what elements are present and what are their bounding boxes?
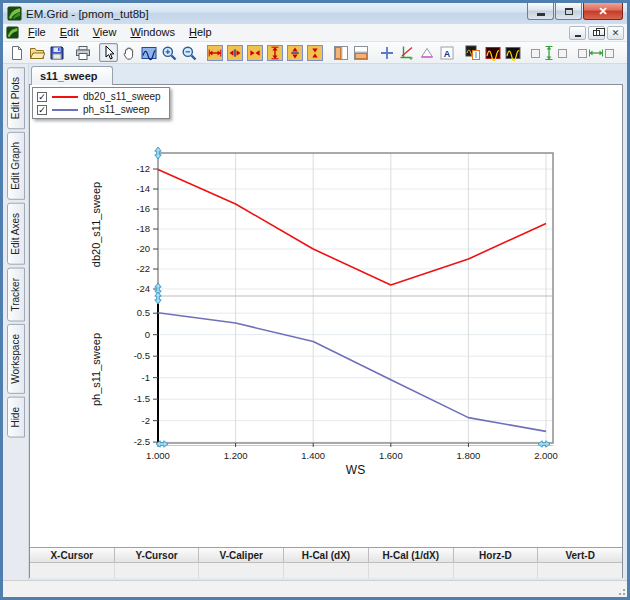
legend-label: db20_s11_sweep: [83, 91, 161, 102]
svg-text:1.600: 1.600: [379, 450, 403, 461]
document-logo-icon: [6, 26, 19, 39]
mdi-window-controls: ✕: [569, 26, 624, 40]
sidebar-tab-hide[interactable]: Hide: [7, 397, 25, 438]
edit-plot-icon[interactable]: [463, 43, 482, 62]
cursor-value-cell: [284, 563, 369, 578]
zoom-window-icon[interactable]: [139, 43, 158, 62]
window-title: EM.Grid - [pmom_tut8b]: [26, 8, 522, 20]
plot-panel: ✓db20_s11_sweep✓ph_s11_sweep -12-14-16-1…: [29, 84, 623, 578]
axes-tracker-icon[interactable]: [397, 43, 416, 62]
cursor-column-header: Vert-D: [538, 548, 622, 563]
cursor-value-cell: [30, 563, 115, 578]
app-window: EM.Grid - [pmom_tut8b] ✕ FileEditViewWin…: [0, 0, 630, 600]
legend-checkbox[interactable]: ✓: [37, 92, 47, 102]
svg-text:A: A: [443, 48, 450, 58]
waveform-red-icon[interactable]: [483, 43, 502, 62]
legend-line-sample: [52, 96, 78, 98]
scale-vertical-out-icon[interactable]: [285, 43, 304, 62]
sidebar-tab-edit-graph[interactable]: Edit Graph: [7, 132, 25, 200]
series-line-ph_s11_sweep: [158, 313, 546, 432]
open-file-icon[interactable]: [27, 43, 46, 62]
split-vertical-icon[interactable]: [331, 43, 350, 62]
toolbar: ALayout: [3, 42, 627, 64]
svg-text:1.000: 1.000: [146, 450, 170, 461]
zoom-in-icon[interactable]: [159, 43, 178, 62]
crosshair-icon[interactable]: [377, 43, 396, 62]
menu-edit[interactable]: Edit: [53, 24, 86, 41]
expand-vertical-icon[interactable]: [265, 43, 284, 62]
tab-s11-sweep[interactable]: s11_sweep: [31, 66, 113, 85]
legend: ✓db20_s11_sweep✓ph_s11_sweep: [32, 87, 170, 119]
sidebar-tab-edit-plots[interactable]: Edit Plots: [7, 67, 25, 129]
cursor-column-header: X-Cursor: [30, 548, 115, 563]
cursor-column-header: H-Cal (dX): [284, 548, 369, 563]
split-horizontal-icon[interactable]: [351, 43, 370, 62]
scale-horizontal-out-icon[interactable]: [225, 43, 244, 62]
axis-range-handle: [155, 292, 161, 304]
series-line-db20_s11_sweep: [158, 170, 546, 286]
chart[interactable]: -12-14-16-18-20-22-24db20_s11_sweep0.50-…: [30, 85, 622, 547]
pointer-select-icon[interactable]: [99, 43, 118, 62]
cursor-table: X-CursorY-CursorV-CaliperH-Cal (dX)H-Cal…: [30, 547, 622, 577]
cursor-value-cell: [199, 563, 284, 578]
autoscale-horizontal-icon[interactable]: [576, 43, 616, 62]
scale-vertical-in-icon[interactable]: [305, 43, 324, 62]
title-bar: EM.Grid - [pmom_tut8b] ✕: [3, 3, 627, 24]
mdi-close-button[interactable]: ✕: [607, 26, 624, 40]
svg-text:1.200: 1.200: [224, 450, 248, 461]
menu-view[interactable]: View: [86, 24, 124, 41]
svg-text:2.000: 2.000: [534, 450, 558, 461]
minimize-button[interactable]: [527, 3, 554, 20]
svg-text:-2.5: -2.5: [134, 436, 150, 447]
svg-text:-22: -22: [136, 263, 150, 274]
maximize-button[interactable]: [555, 3, 582, 20]
pan-hand-icon[interactable]: [119, 43, 138, 62]
sidebar-tab-workspace[interactable]: Workspace: [7, 324, 25, 394]
svg-text:-1: -1: [142, 372, 150, 383]
cursor-value-cell: [538, 563, 622, 578]
cursor-column-header: V-Caliper: [199, 548, 284, 563]
svg-text:-18: -18: [136, 223, 150, 234]
svg-text:1.400: 1.400: [301, 450, 325, 461]
svg-text:-12: -12: [136, 163, 150, 174]
scale-horizontal-in-icon[interactable]: [245, 43, 264, 62]
zoom-out-icon[interactable]: [179, 43, 198, 62]
svg-text:-1.5: -1.5: [134, 393, 150, 404]
menu-help[interactable]: Help: [182, 24, 219, 41]
legend-label: ph_s11_sweep: [83, 104, 150, 115]
content-area: s11_sweep ✓db20_s11_sweep✓ph_s11_sweep -…: [29, 64, 627, 580]
menu-file[interactable]: File: [21, 24, 53, 41]
resize-grip[interactable]: [616, 586, 626, 596]
svg-text:-24: -24: [136, 283, 150, 294]
svg-text:0: 0: [145, 329, 150, 340]
svg-text:-0.5: -0.5: [134, 350, 150, 361]
svg-text:1.800: 1.800: [457, 450, 481, 461]
waveform-dark-icon[interactable]: [503, 43, 522, 62]
save-file-icon[interactable]: [47, 43, 66, 62]
svg-text:-20: -20: [136, 243, 150, 254]
print-icon[interactable]: [73, 43, 92, 62]
menu-windows[interactable]: Windows: [123, 24, 182, 41]
legend-line-sample: [52, 109, 78, 111]
autoscale-vertical-icon[interactable]: [529, 43, 569, 62]
y-axis-label-db20_s11_sweep: db20_s11_sweep: [90, 182, 102, 267]
text-annotation-icon[interactable]: A: [437, 43, 456, 62]
new-document-icon[interactable]: [7, 43, 26, 62]
layout-icon[interactable]: Layout: [623, 43, 627, 62]
main-area: Edit PlotsEdit GraphEdit AxesTrackerWork…: [3, 64, 627, 580]
expand-horizontal-icon[interactable]: [205, 43, 224, 62]
legend-checkbox[interactable]: ✓: [37, 105, 47, 115]
sidebar-tab-tracker[interactable]: Tracker: [7, 268, 25, 322]
mdi-minimize-button[interactable]: [569, 26, 586, 40]
cursor-value-cell: [115, 563, 200, 578]
close-button[interactable]: ✕: [583, 3, 623, 20]
window-controls: ✕: [526, 3, 623, 20]
triangle-marker-icon[interactable]: [417, 43, 436, 62]
mdi-restore-button[interactable]: [588, 26, 605, 40]
sidebar-tab-edit-axes[interactable]: Edit Axes: [7, 203, 25, 265]
cursor-column-header: Y-Cursor: [115, 548, 200, 563]
legend-entry: ✓db20_s11_sweep: [37, 91, 161, 102]
cursor-column-header: H-Cal (1/dX): [369, 548, 454, 563]
menu-items: FileEditViewWindowsHelp: [21, 24, 219, 41]
x-axis-label: WS: [346, 463, 365, 477]
